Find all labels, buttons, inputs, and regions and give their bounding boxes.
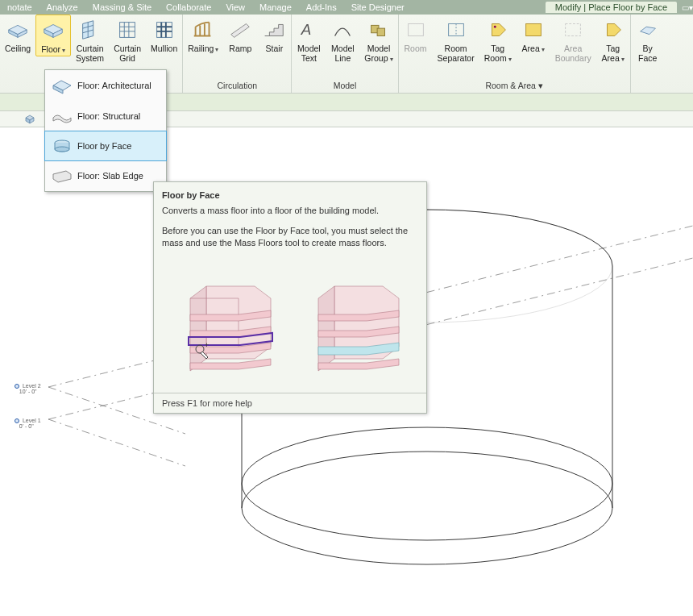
mullion-button[interactable]: Mullion — [146, 15, 182, 53]
curtain-system-label: Curtain System — [76, 44, 104, 63]
panel-face-caption — [631, 79, 665, 93]
svg-point-15 — [242, 427, 612, 540]
ceiling-icon — [6, 18, 30, 42]
tooltip-line-1: Converts a mass floor into a floor of th… — [162, 205, 418, 217]
curtain-grid-label: Curtain Grid — [114, 44, 141, 63]
dropdown-floor-by-face[interactable]: Floor by Face — [44, 131, 167, 161]
stair-label: Stair — [266, 44, 284, 53]
tag-area-icon — [601, 18, 625, 42]
level-2-name: Level 2 — [23, 383, 41, 389]
type-selector-icon — [24, 114, 35, 125]
menu-manage[interactable]: Manage — [252, 2, 299, 13]
dropdown-floor-slab-edge[interactable]: Floor: Slab Edge — [45, 160, 166, 191]
railing-button[interactable]: Railing — [183, 15, 223, 55]
contextual-tab-title[interactable]: Modify | Place Floor by Face — [546, 2, 677, 13]
tag-area-button[interactable]: Tag Area — [596, 15, 630, 65]
model-line-label: Model Line — [331, 44, 355, 63]
model-group-label: Model Group — [364, 44, 392, 65]
level-1-marker[interactable]: Level 1 0' - 0" — [15, 418, 41, 429]
mullion-icon — [152, 18, 176, 42]
panel-room-area-caption[interactable]: Room & Area ▾ — [399, 79, 630, 93]
tooltip-illustration: + — [154, 265, 426, 393]
area-boundary-label: Area Boundary — [555, 44, 591, 63]
model-text-icon: A — [297, 18, 321, 42]
svg-rect-4 — [377, 28, 384, 35]
mullion-label: Mullion — [151, 44, 177, 53]
stair-button[interactable]: Stair — [257, 15, 291, 53]
svg-rect-1 — [156, 23, 172, 38]
room-label: Room — [405, 44, 427, 53]
svg-text:A: A — [301, 21, 312, 38]
floor-structural-icon — [52, 106, 73, 126]
menu-annotate[interactable]: notate — [0, 2, 39, 13]
level-2-elev: 10' - 0" — [19, 389, 37, 394]
ramp-icon — [228, 18, 252, 42]
level-1-name: Level 1 — [23, 418, 41, 423]
model-line-button[interactable]: Model Line — [326, 15, 359, 63]
floor-dropdown: Floor: Architectural Floor: Structural F… — [44, 69, 167, 192]
tag-room-button[interactable]: Tag Room — [479, 15, 517, 65]
panel-model-caption: Model — [292, 79, 397, 93]
level-2-marker[interactable]: Level 2 10' - 0" — [15, 383, 41, 394]
railing-label: Railing — [188, 44, 218, 55]
dropdown-floor-architectural[interactable]: Floor: Architectural — [45, 70, 166, 101]
ceiling-button[interactable]: Ceiling — [0, 15, 35, 53]
svg-rect-5 — [408, 24, 423, 36]
area-label: Area — [522, 44, 545, 55]
panel-circulation-caption: Circulation — [183, 79, 291, 93]
floor-button[interactable]: Floor — [35, 15, 71, 56]
floor-slab-edge-icon — [52, 166, 73, 185]
area-icon — [521, 18, 546, 42]
tooltip-title: Floor by Face — [154, 182, 426, 203]
model-text-button[interactable]: A Model Text — [292, 15, 326, 63]
model-line-icon — [330, 18, 355, 42]
model-text-label: Model Text — [297, 44, 321, 63]
menu-collaborate[interactable]: Collaborate — [159, 2, 218, 13]
tag-room-label: Tag Room — [484, 44, 512, 65]
menu-site-designer[interactable]: Site Designer — [344, 2, 412, 13]
dropdown-item-label: Floor: Slab Edge — [77, 171, 143, 181]
svg-rect-9 — [566, 24, 581, 36]
railing-icon — [191, 18, 215, 42]
tag-room-icon — [486, 18, 510, 42]
room-icon — [404, 18, 428, 42]
menu-analyze[interactable]: Analyze — [39, 2, 85, 13]
tag-area-label: Tag Area — [602, 44, 625, 65]
dropdown-item-label: Floor by Face — [77, 141, 131, 151]
floor-by-face-icon — [52, 136, 73, 156]
dropdown-item-label: Floor: Architectural — [77, 81, 151, 90]
svg-rect-0 — [120, 23, 135, 38]
menu-view[interactable]: View — [218, 2, 252, 13]
menu-add-ins[interactable]: Add-Ins — [299, 2, 344, 13]
ramp-label: Ramp — [229, 44, 251, 53]
by-face-label: By Face — [638, 44, 657, 63]
tooltip-footer: Press F1 for more help — [154, 393, 426, 413]
curtain-system-button[interactable]: Curtain System — [71, 15, 109, 63]
dropdown-item-label: Floor: Structural — [77, 111, 140, 121]
area-button[interactable]: Area — [517, 15, 550, 55]
curtain-system-icon — [78, 18, 102, 42]
stair-icon — [262, 18, 286, 42]
tooltip-line-2: Before you can use the Floor by Face too… — [162, 225, 418, 249]
dropdown-floor-structural[interactable]: Floor: Structural — [45, 101, 166, 131]
room-separator-icon — [444, 18, 468, 42]
ribbon-state-icon[interactable]: ▭▾ — [682, 3, 693, 12]
by-face-button[interactable]: By Face — [631, 15, 665, 63]
ceiling-label: Ceiling — [5, 44, 31, 53]
floor-architectural-icon — [52, 76, 73, 95]
room-separator-label: Room Separator — [438, 44, 475, 63]
room-button: Room — [399, 15, 433, 53]
by-face-icon — [636, 18, 660, 42]
svg-text:+: + — [205, 341, 209, 349]
model-group-button[interactable]: Model Group — [359, 15, 397, 65]
curtain-grid-button[interactable]: Curtain Grid — [109, 15, 146, 63]
svg-point-7 — [494, 26, 496, 28]
svg-point-18 — [55, 147, 69, 152]
model-group-icon — [367, 18, 391, 42]
room-separator-button[interactable]: Room Separator — [433, 15, 479, 63]
ramp-button[interactable]: Ramp — [223, 15, 257, 53]
area-boundary-icon — [561, 18, 585, 42]
svg-point-16 — [242, 452, 612, 564]
menu-massing-site[interactable]: Massing & Site — [85, 2, 159, 13]
curtain-grid-icon — [115, 18, 139, 42]
